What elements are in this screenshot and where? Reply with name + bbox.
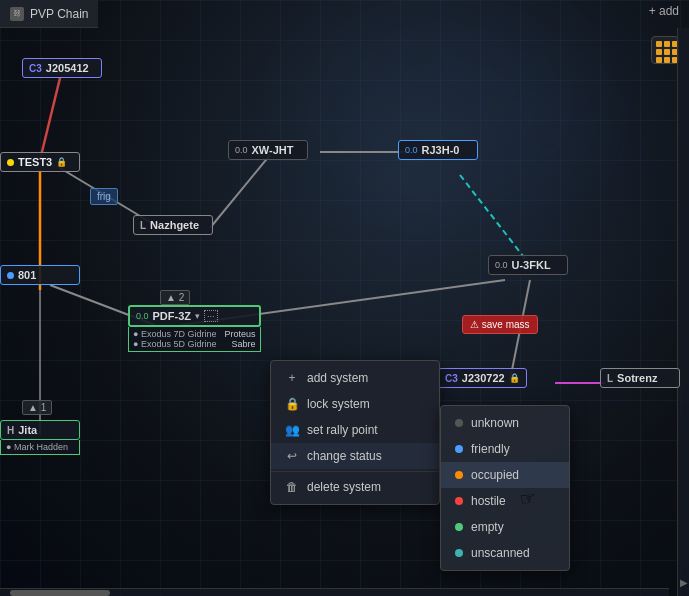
system-node-test3[interactable]: TEST3 🔒 xyxy=(0,152,80,172)
chain-icon: ⛓ xyxy=(10,7,24,21)
menu-item-label: delete system xyxy=(307,480,381,494)
status-label: friendly xyxy=(471,442,510,456)
node-class-label: H xyxy=(7,425,14,436)
menu-item-label: set rally point xyxy=(307,423,378,437)
node-name-label: PDF-3Z xyxy=(153,310,192,322)
num-badge-1: ▲ 1 xyxy=(22,400,52,415)
grid-dot xyxy=(664,41,670,47)
status-label: empty xyxy=(471,520,504,534)
node-options: ··· xyxy=(204,310,218,322)
grid-dot xyxy=(656,49,662,55)
status-item-unscanned[interactable]: unscanned xyxy=(441,540,569,566)
pilot-2: ● Exodus 5D Gidrine xyxy=(133,339,216,349)
num-badge-text: ▲ 1 xyxy=(28,402,46,413)
add-system-icon: + xyxy=(285,371,299,385)
menu-item-label: lock system xyxy=(307,397,370,411)
nebula-decoration-2 xyxy=(439,50,639,200)
status-color-dot xyxy=(455,471,463,479)
grid-dot xyxy=(656,57,662,63)
node-name-label: 801 xyxy=(18,269,36,281)
system-node-nazhgete[interactable]: L Nazhgete xyxy=(133,215,213,235)
node-class-label: L xyxy=(607,373,613,384)
status-item-empty[interactable]: empty xyxy=(441,514,569,540)
system-node-u3fkl[interactable]: 0.0 U-3FKL xyxy=(488,255,568,275)
node-name-label: Jita xyxy=(18,424,37,436)
status-item-friendly[interactable]: friendly xyxy=(441,436,569,462)
status-submenu: unknown friendly occupied hostile empty … xyxy=(440,405,570,571)
menu-item-lock-system[interactable]: 🔒 lock system xyxy=(271,391,439,417)
num-badge-2: ▲ 2 xyxy=(160,290,190,305)
pilot-name: ● Mark Hadden xyxy=(6,442,68,452)
status-item-occupied[interactable]: occupied xyxy=(441,462,569,488)
node-class-label: C3 xyxy=(445,373,458,384)
horizontal-scrollbar[interactable] xyxy=(0,588,669,596)
pvp-chain-tab[interactable]: ⛓ PVP Chain xyxy=(0,0,98,28)
frig-label: frig xyxy=(90,188,118,205)
menu-divider xyxy=(271,471,439,472)
node-name-label: TEST3 xyxy=(18,156,52,168)
system-node-j230722[interactable]: C3 J230722 🔒 xyxy=(438,368,527,388)
system-node-pdf3z[interactable]: 0.0 PDF-3Z ▾ ··· ● Exodus 7D Gidrine Pro… xyxy=(128,305,261,352)
context-menu: + add system 🔒 lock system 👥 set rally p… xyxy=(270,360,440,505)
status-item-unknown[interactable]: unknown xyxy=(441,410,569,436)
node-class-label: C3 xyxy=(29,63,42,74)
system-node-rj3h0[interactable]: 0.0 RJ3H-0 xyxy=(398,140,478,160)
menu-item-add-system[interactable]: + add system xyxy=(271,365,439,391)
rally-icon: 👥 xyxy=(285,423,299,437)
node-class-label: L xyxy=(140,220,146,231)
status-color-dot xyxy=(455,497,463,505)
grid-dot xyxy=(664,57,670,63)
node-security-label: 0.0 xyxy=(495,260,508,270)
node-name-label: Sotrenz xyxy=(617,372,657,384)
node-security-label: 0.0 xyxy=(405,145,418,155)
save-mass-text: ⚠ save mass xyxy=(470,319,530,330)
menu-item-label: add system xyxy=(307,371,368,385)
status-color-dot xyxy=(455,523,463,531)
status-color-dot xyxy=(455,549,463,557)
ship-1: Proteus xyxy=(224,329,255,339)
lock-icon: 🔒 xyxy=(509,373,520,383)
grid-dot xyxy=(664,49,670,55)
status-color-dot xyxy=(455,419,463,427)
menu-item-label: change status xyxy=(307,449,382,463)
node-lock-icon: 🔒 xyxy=(56,157,67,167)
menu-item-set-rally[interactable]: 👥 set rally point xyxy=(271,417,439,443)
system-node-xwjht[interactable]: 0.0 XW-JHT xyxy=(228,140,308,160)
menu-item-change-status[interactable]: ↩ change status xyxy=(271,443,439,469)
menu-item-delete-system[interactable]: 🗑 delete system xyxy=(271,474,439,500)
status-item-hostile[interactable]: hostile xyxy=(441,488,569,514)
system-node-jita[interactable]: H Jita ● Mark Hadden xyxy=(0,420,80,455)
system-node-801[interactable]: 801 xyxy=(0,265,80,285)
system-node-j205412[interactable]: C3 J205412 xyxy=(22,58,102,78)
pvp-chain-text: PVP Chain xyxy=(30,7,88,21)
status-dot xyxy=(7,159,14,166)
system-node-sotrenz[interactable]: L Sotrenz xyxy=(600,368,680,388)
grid-view-button[interactable] xyxy=(651,36,679,64)
node-name-label: J230722 xyxy=(462,372,505,384)
node-arrow: ▾ xyxy=(195,311,200,321)
frig-text: frig xyxy=(90,188,118,205)
node-name-label: J205412 xyxy=(46,62,89,74)
node-name-label: RJ3H-0 xyxy=(422,144,460,156)
status-color-dot xyxy=(455,445,463,453)
lock-system-icon: 🔒 xyxy=(285,397,299,411)
status-label: unknown xyxy=(471,416,519,430)
grid-dot xyxy=(656,41,662,47)
vertical-scrollbar[interactable]: ▶ xyxy=(677,28,689,596)
node-name-label: U-3FKL xyxy=(512,259,551,271)
ship-2: Sabre xyxy=(231,339,255,349)
map-background xyxy=(0,0,689,596)
delete-icon: 🗑 xyxy=(285,480,299,494)
node-security-label: 0.0 xyxy=(235,145,248,155)
num-badge-text: ▲ 2 xyxy=(166,292,184,303)
node-name-label: XW-JHT xyxy=(252,144,294,156)
topbar: ⛓ PVP Chain xyxy=(0,0,689,28)
change-status-icon: ↩ xyxy=(285,449,299,463)
scrollbar-thumb[interactable] xyxy=(10,590,110,596)
status-dot xyxy=(7,272,14,279)
status-label: occupied xyxy=(471,468,519,482)
status-label: hostile xyxy=(471,494,506,508)
node-name-label: Nazhgete xyxy=(150,219,199,231)
node-security-label: 0.0 xyxy=(136,311,149,321)
pilot-1: ● Exodus 7D Gidrine xyxy=(133,329,216,339)
